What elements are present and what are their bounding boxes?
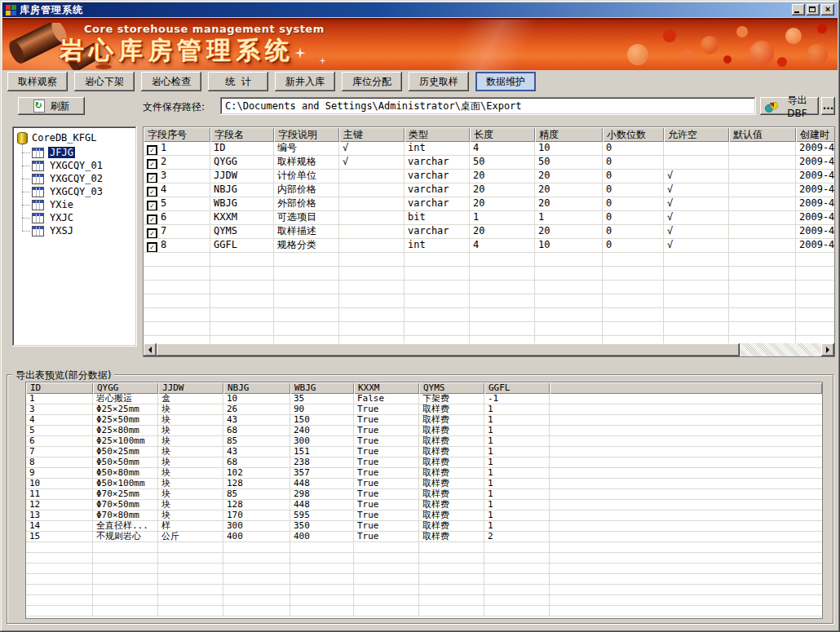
file-save-path-input[interactable] bbox=[220, 97, 756, 115]
empty-cell bbox=[603, 322, 664, 335]
cell-pk: √ bbox=[339, 142, 405, 155]
tree-item-YXie[interactable]: YXie bbox=[22, 198, 137, 211]
fields-column-header-1[interactable]: 字段序号 bbox=[144, 127, 210, 142]
scroll-right-button[interactable] bbox=[821, 343, 834, 356]
field-checkbox[interactable]: ✓ bbox=[147, 214, 157, 224]
preview-row-12[interactable]: 12Φ70×50mm块128448True取样费1 bbox=[26, 500, 822, 510]
empty-cell bbox=[603, 308, 664, 321]
refresh-button[interactable]: 刷新 bbox=[18, 97, 85, 115]
toolbar-button-2[interactable]: 岩心下架 bbox=[74, 72, 135, 91]
export-dbf-button[interactable]: 导出DBF bbox=[760, 97, 819, 115]
toolbar-button-1[interactable]: 取样观察 bbox=[7, 72, 68, 91]
scrollbar-track[interactable] bbox=[157, 343, 821, 356]
fields-grid-hscrollbar[interactable] bbox=[144, 343, 834, 356]
fields-column-header-6[interactable]: 长度 bbox=[470, 127, 535, 142]
preview-column-header-6[interactable]: KXXM bbox=[354, 382, 419, 394]
preview-row-14[interactable]: 14全直径样...样300350True取样费1 bbox=[26, 521, 822, 532]
preview-column-header-2[interactable]: QYGG bbox=[93, 382, 158, 394]
tree-item-YXJC[interactable]: YXJC bbox=[22, 211, 137, 224]
preview-column-header-8[interactable]: GGFL bbox=[484, 382, 550, 394]
tree-item-YXSJ[interactable]: YXSJ bbox=[22, 224, 137, 237]
preview-cell-filler bbox=[550, 500, 822, 510]
preview-row-3[interactable]: 3Φ25×25mm块2690True取样费1 bbox=[26, 404, 822, 415]
fields-column-header-11[interactable]: 创建时 bbox=[796, 127, 835, 142]
field-row-4[interactable]: ✓4NBJG内部价格varchar20200√2009-4- bbox=[144, 183, 834, 197]
empty-cell bbox=[144, 322, 210, 335]
field-checkbox[interactable]: ✓ bbox=[147, 201, 157, 210]
preview-row-13[interactable]: 13Φ70×80mm块170595True取样费1 bbox=[26, 510, 822, 521]
fields-column-header-8[interactable]: 小数位数 bbox=[603, 127, 664, 142]
tree-item-YXGCQY_01[interactable]: YXGCQY_01 bbox=[22, 159, 137, 172]
fields-column-header-3[interactable]: 字段说明 bbox=[274, 127, 339, 142]
preview-row-8[interactable]: 8Φ50×50mm块68238True取样费1 bbox=[26, 457, 822, 468]
scrollbar-thumb[interactable] bbox=[157, 343, 740, 356]
close-icon: × bbox=[821, 4, 834, 15]
fields-grid-body: ✓1ID编号√int41002009-4-✓2QYGG取样规格√varchar5… bbox=[144, 142, 834, 345]
empty-cell bbox=[470, 322, 535, 335]
tree-item-JFJG[interactable]: JFJG bbox=[22, 146, 137, 159]
field-checkbox[interactable]: ✓ bbox=[147, 242, 157, 252]
fields-column-header-4[interactable]: 主键 bbox=[339, 127, 405, 142]
preview-column-header-5[interactable]: WBJG bbox=[290, 382, 354, 394]
preview-row-6[interactable]: 6Φ25×100mm块85300True取样费1 bbox=[26, 436, 822, 447]
preview-column-header-4[interactable]: NBJG bbox=[223, 382, 290, 394]
preview-row-4[interactable]: 4Φ25×50mm块43150True取样费1 bbox=[26, 415, 822, 426]
cell-seq: ✓3 bbox=[144, 170, 210, 183]
preview-row-1[interactable]: 1岩心搬运盒1035False下架费-1 bbox=[26, 394, 822, 404]
preview-cell-filler bbox=[550, 436, 822, 446]
field-checkbox[interactable]: ✓ bbox=[147, 228, 157, 238]
browse-more-button[interactable]: ... bbox=[821, 97, 835, 115]
preview-row-11[interactable]: 11Φ70×25mm块85298True取样费1 bbox=[26, 489, 822, 500]
fields-column-header-5[interactable]: 类型 bbox=[405, 127, 470, 142]
preview-row-9[interactable]: 9Φ50×80mm块102357True取样费1 bbox=[26, 468, 822, 479]
field-row-7[interactable]: ✓7QYMS取样描述varchar20200√2009-4- bbox=[144, 225, 834, 239]
field-checkbox[interactable]: ✓ bbox=[147, 145, 157, 155]
fields-column-header-9[interactable]: 允许空 bbox=[664, 127, 729, 142]
preview-column-header-7[interactable]: QYMS bbox=[419, 382, 484, 394]
preview-cell: 151 bbox=[290, 447, 354, 457]
field-row-5[interactable]: ✓5WBJG外部价格varchar20200√2009-4- bbox=[144, 197, 834, 211]
field-checkbox[interactable]: ✓ bbox=[147, 187, 157, 197]
cell-dec: 0 bbox=[603, 183, 664, 197]
maximize-button[interactable] bbox=[807, 4, 820, 15]
empty-cell bbox=[274, 294, 339, 307]
field-row-2[interactable]: ✓2QYGG取样规格√varchar505002009-4- bbox=[144, 156, 834, 170]
toolbar-button-7[interactable]: 历史取样 bbox=[409, 72, 469, 91]
empty-cell bbox=[93, 606, 158, 616]
toolbar-button-8[interactable]: 数据维护 bbox=[475, 72, 536, 91]
preview-row-5[interactable]: 5Φ25×80mm块68240True取样费1 bbox=[26, 426, 822, 436]
banner-bubble bbox=[736, 26, 748, 38]
toolbar-button-5[interactable]: 新井入库 bbox=[275, 72, 335, 91]
field-row-8[interactable]: ✓8GGFL规格分类int4100√2009-4- bbox=[144, 239, 834, 253]
fields-column-header-2[interactable]: 字段名 bbox=[210, 127, 274, 142]
preview-column-header-1[interactable]: ID bbox=[26, 382, 93, 394]
toolbar-button-3[interactable]: 岩心检查 bbox=[141, 72, 201, 91]
field-checkbox[interactable]: ✓ bbox=[147, 159, 157, 169]
toolbar-button-6[interactable]: 库位分配 bbox=[342, 72, 402, 91]
minimize-button[interactable] bbox=[792, 4, 805, 15]
fields-column-header-7[interactable]: 精度 bbox=[535, 127, 603, 142]
preview-row-10[interactable]: 10Φ50×100mm块128448True取样费1 bbox=[26, 479, 822, 489]
empty-cell bbox=[405, 294, 470, 307]
close-button[interactable]: × bbox=[821, 4, 834, 15]
cell-pk bbox=[339, 197, 405, 210]
preview-cell: 68 bbox=[223, 426, 290, 435]
scroll-left-button[interactable] bbox=[144, 343, 157, 356]
cell-prec: 50 bbox=[535, 156, 603, 169]
field-row-1[interactable]: ✓1ID编号√int41002009-4- bbox=[144, 142, 834, 156]
preview-cell: False bbox=[354, 394, 419, 404]
field-row-3[interactable]: ✓3JJDW计价单位varchar20200√2009-4- bbox=[144, 170, 834, 183]
field-checkbox[interactable]: ✓ bbox=[147, 173, 157, 183]
tree-root-node[interactable]: CoreDB_KFGL bbox=[17, 131, 137, 144]
cell-pk bbox=[339, 211, 405, 224]
field-row-6[interactable]: ✓6KXXM可选项目bit110√2009-4- bbox=[144, 211, 834, 225]
toolbar-button-4[interactable]: 统 计 bbox=[208, 72, 268, 91]
preview-row-7[interactable]: 7Φ50×25mm块43151True取样费1 bbox=[26, 447, 822, 457]
tree-item-YXGCQY_03[interactable]: YXGCQY_03 bbox=[22, 185, 137, 198]
preview-column-header-3[interactable]: JJDW bbox=[158, 382, 223, 394]
preview-row-15[interactable]: 15不规则岩心公斤400400True取样费2 bbox=[26, 532, 822, 542]
fields-column-header-10[interactable]: 默认值 bbox=[729, 127, 796, 142]
empty-cell bbox=[405, 281, 470, 294]
preview-cell: 样 bbox=[158, 521, 223, 531]
tree-item-YXGCQY_02[interactable]: YXGCQY_02 bbox=[22, 172, 137, 185]
